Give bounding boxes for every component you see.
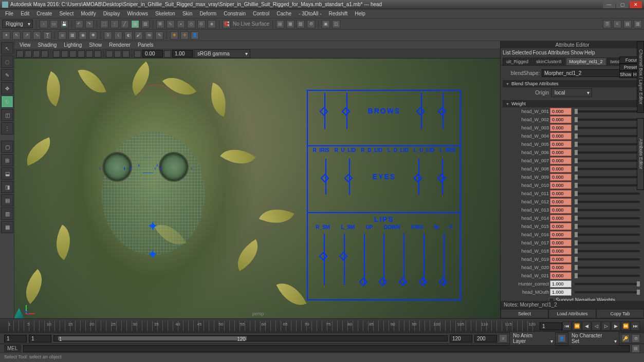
prefs-icon[interactable]: ⚙: [632, 334, 640, 342]
weight-value-field[interactable]: [550, 141, 572, 148]
attr-select-button[interactable]: Select: [501, 309, 548, 318]
minimize-button[interactable]: —: [603, 1, 615, 8]
cmd-lang-label[interactable]: MEL: [4, 345, 21, 352]
panel-menu-view[interactable]: View: [16, 42, 34, 48]
ui-toggle4-icon[interactable]: ▥: [634, 20, 642, 28]
attr-show-button[interactable]: Show: [619, 71, 632, 78]
next-frame-icon[interactable]: ▶: [611, 321, 620, 331]
lasso-tool[interactable]: ◌: [1, 55, 13, 68]
weight-value-field[interactable]: [550, 206, 572, 214]
attr-copy-button[interactable]: Copy Tab: [596, 309, 644, 318]
range-start-inner[interactable]: [29, 335, 51, 342]
shelf-parent-icon[interactable]: ✚: [170, 31, 178, 40]
goto-start-icon[interactable]: ⏮: [562, 321, 572, 331]
shelf-joint-icon[interactable]: ⚲: [104, 31, 112, 40]
panel-layout-icon[interactable]: ▣: [322, 20, 330, 28]
lip-slider[interactable]: [383, 234, 384, 285]
layout-four-icon[interactable]: ⊞: [1, 154, 13, 166]
eye-slider[interactable]: [442, 159, 443, 195]
weight-slider[interactable]: [575, 184, 640, 186]
weight-value-field[interactable]: [550, 280, 572, 288]
anim-layer-dropdown[interactable]: No Anim Layer: [509, 331, 556, 346]
select-tool[interactable]: ↖: [1, 42, 13, 54]
weight-slider[interactable]: [575, 266, 640, 269]
range-end-outer[interactable]: [474, 335, 497, 342]
weight-value-field[interactable]: [550, 108, 572, 115]
new-scene-icon[interactable]: ▫: [40, 20, 48, 28]
vt-exposure-icon[interactable]: [134, 50, 141, 58]
section-blendshape-attrs[interactable]: Blend Shape Attributes: [503, 80, 642, 87]
attr-tab-skincluster[interactable]: skinCluster8: [532, 58, 565, 65]
nose-ctrl[interactable]: ✦: [148, 220, 157, 233]
weight-value-field[interactable]: [550, 190, 572, 197]
brow-slider[interactable]: [421, 93, 422, 129]
weight-slider[interactable]: [575, 176, 640, 178]
char-set-icon[interactable]: 👤: [558, 334, 566, 342]
blendshape-name-field[interactable]: [542, 69, 631, 77]
weight-value-field[interactable]: [550, 215, 572, 222]
lip-slider[interactable]: [344, 234, 345, 285]
select-edge-icon[interactable]: ╱: [121, 20, 129, 28]
vt-wireframe-icon[interactable]: [61, 50, 68, 58]
weight-value-field[interactable]: [550, 132, 572, 140]
menu-file[interactable]: File: [2, 10, 16, 17]
menu-select[interactable]: Select: [56, 10, 77, 17]
section-weight[interactable]: Weight: [503, 100, 642, 107]
weight-slider[interactable]: [575, 291, 640, 293]
weight-value-field[interactable]: [550, 174, 572, 181]
snap-center-icon[interactable]: ⊙: [197, 20, 206, 28]
snap-grid-icon[interactable]: ⊞: [156, 20, 164, 28]
weight-value-field[interactable]: [550, 182, 572, 189]
prev-frame-icon[interactable]: ◀: [582, 321, 591, 331]
weight-slider[interactable]: [575, 209, 640, 211]
shelf-skin-icon[interactable]: ◐: [124, 31, 133, 40]
shelf-icon-1[interactable]: ✦: [2, 31, 10, 40]
maximize-button[interactable]: ▢: [616, 1, 629, 8]
shelf-paint-icon[interactable]: 🖌: [135, 31, 143, 40]
weight-slider[interactable]: [575, 143, 640, 145]
attribute-editor-tab[interactable]: Attribute Editor: [637, 118, 644, 190]
menu-modify[interactable]: Modify: [78, 10, 99, 17]
shelf-hik-icon[interactable]: 👤: [191, 31, 199, 40]
attr-load-button[interactable]: Load Attributes: [548, 309, 596, 318]
open-scene-icon[interactable]: ▭: [50, 20, 58, 28]
menu-set-dropdown[interactable]: Rigging: [2, 20, 33, 28]
weight-slider[interactable]: [575, 217, 640, 219]
ui-toggle2-icon[interactable]: ≡: [613, 20, 621, 28]
weight-value-field[interactable]: [550, 157, 572, 164]
weight-slider[interactable]: [575, 258, 640, 260]
weight-value-field[interactable]: [550, 264, 572, 271]
goto-end-icon[interactable]: ⏭: [631, 321, 640, 331]
command-line[interactable]: [23, 345, 630, 352]
vt-textured-icon[interactable]: [78, 50, 85, 58]
vt-grid-icon[interactable]: [53, 50, 60, 58]
eye-slider[interactable]: [349, 159, 350, 195]
weight-value-field[interactable]: [550, 198, 572, 205]
weight-slider[interactable]: [575, 151, 640, 154]
weight-slider[interactable]: [575, 275, 640, 277]
attr-menu-help[interactable]: Help: [584, 50, 595, 55]
vt-xrayjoint-icon[interactable]: [122, 50, 130, 58]
render-icon[interactable]: ▦: [286, 20, 295, 28]
lip-slider[interactable]: [364, 234, 365, 285]
select-face-icon[interactable]: ▦: [131, 20, 139, 28]
channel-box-tab[interactable]: Channel Box / Layer Editor: [637, 41, 644, 113]
weight-value-field[interactable]: [550, 124, 572, 131]
shelf-icon-4[interactable]: ⤡: [33, 31, 41, 40]
menu-display[interactable]: Display: [100, 10, 123, 17]
move-tool[interactable]: ✥: [1, 82, 13, 94]
panel-menu-renderer[interactable]: Renderer: [106, 42, 134, 48]
weight-value-field[interactable]: [550, 223, 572, 230]
ipr-icon[interactable]: ▧: [297, 20, 305, 28]
mouth-ctrl[interactable]: ✦: [148, 248, 157, 261]
attr-menu-attributes[interactable]: Attributes: [548, 50, 569, 55]
play-forward-icon[interactable]: ▷: [601, 321, 611, 331]
weight-slider[interactable]: [575, 201, 640, 203]
vt-cam-icon[interactable]: [16, 50, 24, 58]
weight-slider[interactable]: [575, 283, 640, 285]
weight-slider[interactable]: [575, 193, 640, 195]
weight-slider[interactable]: [575, 242, 640, 244]
undo-icon[interactable]: ↶: [75, 20, 83, 28]
range-slider[interactable]: 1120: [53, 335, 448, 341]
weight-value-field[interactable]: [550, 116, 572, 123]
